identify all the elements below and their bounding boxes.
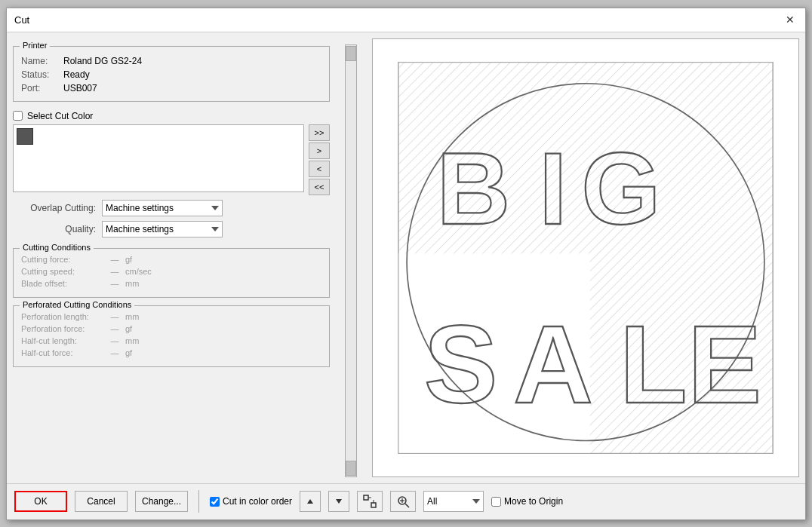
perforation-length-row: Perforation length: — mm [21,312,321,321]
chevron-down-icon [335,498,343,504]
svg-text:B: B [437,130,511,245]
color-section: >> > < << [13,124,330,195]
move-to-origin-checkbox[interactable] [491,497,501,507]
printer-status-row: Status: Ready [21,69,321,80]
printer-port-row: Port: USB007 [21,83,321,93]
name-label: Name: [21,56,59,66]
title-bar: Cut ✕ [7,8,805,32]
blade-offset-row: Blade offset: — mm [21,279,321,288]
perforation-length-label: Perforation length: [21,312,104,321]
overlap-cutting-select[interactable]: Machine settings On Off [102,200,223,216]
quality-row: Quality: Machine settings High Medium Lo… [13,221,330,237]
printer-group: Printer Name: Roland DG GS2-24 Status: R… [13,46,330,102]
fit-icon [363,495,377,508]
scroll-up-button[interactable] [346,46,356,61]
cutting-force-unit: gf [125,255,132,264]
svg-line-17 [405,504,409,507]
zoom-select[interactable]: All 25% 50% 75% 100% 150% 200% [423,491,484,512]
cutting-speed-label: Cutting speed: [21,267,104,276]
quality-label: Quality: [13,224,96,234]
cutting-speed-row: Cutting speed: — cm/sec [21,267,321,276]
half-cut-force-label: Half-cut force: [21,348,104,357]
arrow-buttons: >> > < << [309,124,330,195]
perforation-length-value: — [107,312,122,321]
status-label: Status: [21,69,59,80]
move-to-origin-label: Move to Origin [504,496,563,507]
blade-offset-label: Blade offset: [21,279,104,288]
cancel-button[interactable]: Cancel [75,491,128,512]
ok-button[interactable]: OK [14,491,67,512]
half-cut-force-row: Half-cut force: — gf [21,348,321,357]
half-cut-force-value: — [107,348,122,357]
svg-text:S: S [424,302,498,425]
fit-button[interactable] [357,491,383,512]
nav-down-button[interactable] [328,491,349,512]
printer-name-row: Name: Roland DG GS2-24 [21,56,321,66]
double-right-button[interactable]: >> [309,124,330,141]
cut-in-color-order-checkbox[interactable] [210,497,220,507]
preview-svg: B I G S A L E [373,39,798,476]
overlap-cutting-row: Overlap Cutting: Machine settings On Off [13,200,330,216]
svg-text:L: L [620,302,687,425]
half-cut-force-unit: gf [125,348,132,357]
cutting-conditions-title: Cutting Conditions [20,243,94,252]
separator-1 [198,490,199,513]
select-cut-color-checkbox[interactable] [13,111,23,121]
blade-offset-unit: mm [125,279,139,288]
cutting-force-value: — [107,255,122,264]
cut-in-color-order-label: Cut in color order [223,496,292,507]
chevron-up-icon [306,498,314,504]
dialog-main: Printer Name: Roland DG GS2-24 Status: R… [7,32,805,483]
cutting-speed-unit: cm/sec [125,267,152,276]
cutting-speed-value: — [107,267,122,276]
right-column: B I G S A L E [372,38,799,477]
single-right-button[interactable]: > [309,142,330,159]
cut-dialog: Cut ✕ Printer Name: Roland DG GS2-24 Sta… [6,8,806,520]
cutting-conditions-group: Cutting Conditions Cutting force: — gf C… [13,248,330,298]
preview-area: B I G S A L E [372,38,799,477]
select-cut-color-label: Select Cut Color [27,111,93,121]
nav-up-button[interactable] [300,491,321,512]
svg-rect-12 [364,495,368,500]
perforation-force-unit: gf [125,324,132,333]
blade-offset-value: — [107,279,122,288]
name-value: Roland DG GS2-24 [63,56,142,66]
printer-group-title: Printer [20,41,50,50]
quality-select[interactable]: Machine settings High Medium Low [102,221,223,237]
perforation-force-value: — [107,324,122,333]
svg-rect-13 [371,503,376,507]
move-to-origin-section: Move to Origin [491,496,563,507]
scroll-down-button[interactable] [346,461,356,476]
cut-in-color-order-section: Cut in color order [210,496,292,507]
svg-text:A: A [513,302,593,425]
port-value: USB007 [63,83,97,93]
perforation-force-label: Perforation force: [21,324,104,333]
select-cut-color-row: Select Cut Color [13,111,330,121]
perforation-length-unit: mm [125,312,139,321]
half-cut-length-value: — [107,336,122,345]
half-cut-length-label: Half-cut length: [21,336,104,345]
dialog-title: Cut [14,14,29,26]
half-cut-length-row: Half-cut length: — mm [21,336,321,345]
half-cut-length-unit: mm [125,336,139,345]
port-label: Port: [21,83,59,93]
zoom-icon [396,495,410,508]
svg-text:G: G [581,130,660,245]
color-list[interactable] [13,124,304,192]
close-button[interactable]: ✕ [783,12,798,27]
cutting-force-row: Cutting force: — gf [21,255,321,264]
zoom-button[interactable] [390,491,416,512]
color-swatch [17,128,33,145]
overlap-cutting-label: Overlap Cutting: [13,203,96,213]
single-left-button[interactable]: < [309,161,330,177]
perforation-force-row: Perforation force: — gf [21,324,321,333]
cutting-force-label: Cutting force: [21,255,104,264]
double-left-button[interactable]: << [309,179,330,195]
change-button[interactable]: Change... [135,491,188,512]
perforated-conditions-title: Perforated Cutting Conditions [20,300,134,309]
bottom-bar: OK Cancel Change... Cut in color order [7,483,805,519]
middle-column [336,38,366,477]
status-value: Ready [63,69,90,80]
vertical-scrollbar[interactable] [345,44,357,477]
left-column: Printer Name: Roland DG GS2-24 Status: R… [13,38,330,477]
